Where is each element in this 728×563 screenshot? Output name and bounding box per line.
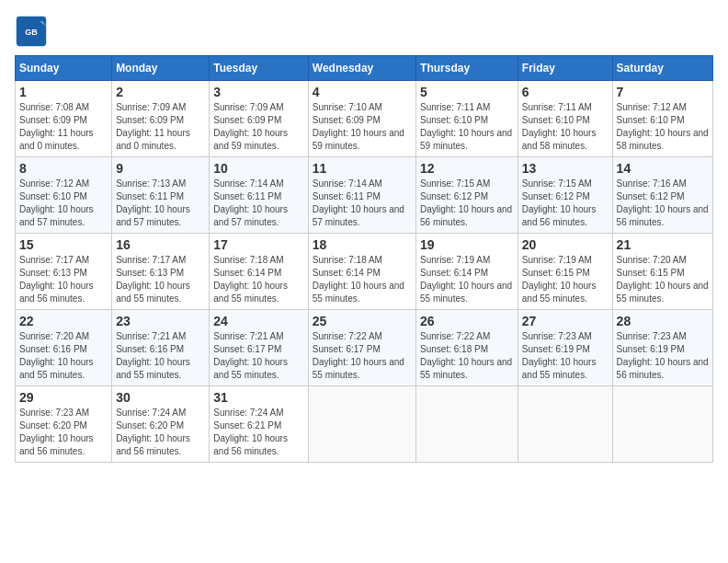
daylight-label: Daylight: 10 hours and 56 minutes.: [116, 433, 190, 456]
day-number: 30: [116, 390, 205, 405]
sunrise-label: Sunrise: 7:23 AM: [522, 331, 592, 341]
table-row: 31 Sunrise: 7:24 AM Sunset: 6:21 PM Dayl…: [210, 386, 308, 463]
table-row: 22 Sunrise: 7:20 AM Sunset: 6:16 PM Dayl…: [16, 310, 112, 386]
sunrise-label: Sunrise: 7:15 AM: [420, 178, 490, 189]
daylight-label: Daylight: 10 hours and 59 minutes.: [313, 128, 404, 151]
sunset-label: Sunset: 6:19 PM: [522, 344, 590, 354]
day-number: 9: [116, 161, 205, 176]
table-row: 11 Sunrise: 7:14 AM Sunset: 6:11 PM Dayl…: [308, 157, 415, 234]
table-row: 1 Sunrise: 7:08 AM Sunset: 6:09 PM Dayli…: [16, 81, 112, 157]
sunset-label: Sunset: 6:19 PM: [617, 344, 685, 354]
sunrise-label: Sunrise: 7:12 AM: [617, 102, 687, 112]
sunrise-label: Sunrise: 7:14 AM: [213, 178, 283, 189]
sunset-label: Sunset: 6:18 PM: [420, 344, 488, 354]
sunrise-label: Sunrise: 7:16 AM: [617, 178, 687, 189]
sunset-label: Sunset: 6:21 PM: [213, 420, 281, 431]
sunset-label: Sunset: 6:15 PM: [617, 268, 685, 278]
table-row: 19 Sunrise: 7:19 AM Sunset: 6:14 PM Dayl…: [416, 234, 518, 310]
daylight-label: Daylight: 10 hours and 56 minutes.: [522, 204, 597, 227]
daylight-label: Daylight: 10 hours and 55 minutes.: [420, 281, 512, 304]
daylight-label: Daylight: 11 hours and 0 minutes.: [19, 128, 94, 151]
daylight-label: Daylight: 10 hours and 55 minutes.: [116, 357, 190, 380]
day-info: Sunrise: 7:08 AM Sunset: 6:09 PM Dayligh…: [19, 101, 108, 153]
table-row: 24 Sunrise: 7:21 AM Sunset: 6:17 PM Dayl…: [210, 310, 308, 386]
header-row: Sunday Monday Tuesday Wednesday Thursday…: [16, 56, 713, 81]
day-info: Sunrise: 7:15 AM Sunset: 6:12 PM Dayligh…: [420, 178, 514, 229]
day-info: Sunrise: 7:20 AM Sunset: 6:15 PM Dayligh…: [617, 254, 709, 305]
daylight-label: Daylight: 10 hours and 57 minutes.: [116, 204, 190, 227]
sunrise-label: Sunrise: 7:23 AM: [617, 331, 687, 341]
sunrise-label: Sunrise: 7:21 AM: [116, 331, 186, 341]
daylight-label: Daylight: 10 hours and 59 minutes.: [420, 128, 512, 151]
sunset-label: Sunset: 6:11 PM: [213, 191, 281, 201]
col-friday: Friday: [518, 56, 612, 81]
sunrise-label: Sunrise: 7:21 AM: [213, 331, 283, 341]
calendar-row: 15 Sunrise: 7:17 AM Sunset: 6:13 PM Dayl…: [16, 234, 713, 310]
calendar-table: Sunday Monday Tuesday Wednesday Thursday…: [15, 55, 713, 463]
sunrise-label: Sunrise: 7:22 AM: [420, 331, 490, 341]
day-number: 11: [313, 161, 412, 176]
day-number: 10: [213, 161, 303, 176]
daylight-label: Daylight: 10 hours and 58 minutes.: [522, 128, 597, 151]
day-info: Sunrise: 7:24 AM Sunset: 6:21 PM Dayligh…: [213, 407, 303, 458]
table-row: 13 Sunrise: 7:15 AM Sunset: 6:12 PM Dayl…: [518, 157, 612, 234]
sunset-label: Sunset: 6:09 PM: [116, 115, 184, 125]
day-number: 18: [313, 237, 412, 252]
table-row: 29 Sunrise: 7:23 AM Sunset: 6:20 PM Dayl…: [16, 386, 112, 463]
day-info: Sunrise: 7:20 AM Sunset: 6:16 PM Dayligh…: [19, 330, 108, 382]
sunrise-label: Sunrise: 7:11 AM: [522, 102, 592, 112]
day-info: Sunrise: 7:17 AM Sunset: 6:13 PM Dayligh…: [116, 254, 205, 305]
sunset-label: Sunset: 6:13 PM: [116, 268, 184, 278]
day-number: 15: [19, 237, 108, 252]
logo-icon: GB: [15, 15, 48, 48]
table-row: 12 Sunrise: 7:15 AM Sunset: 6:12 PM Dayl…: [416, 157, 518, 234]
sunrise-label: Sunrise: 7:19 AM: [522, 255, 592, 265]
col-sunday: Sunday: [16, 56, 112, 81]
daylight-label: Daylight: 11 hours and 0 minutes.: [116, 128, 190, 151]
day-number: 27: [522, 314, 609, 328]
daylight-label: Daylight: 10 hours and 59 minutes.: [213, 128, 288, 151]
daylight-label: Daylight: 10 hours and 55 minutes.: [313, 357, 404, 380]
sunrise-label: Sunrise: 7:10 AM: [313, 102, 382, 112]
day-number: 24: [213, 314, 303, 328]
day-info: Sunrise: 7:15 AM Sunset: 6:12 PM Dayligh…: [522, 178, 609, 229]
sunset-label: Sunset: 6:20 PM: [116, 420, 184, 431]
daylight-label: Daylight: 10 hours and 57 minutes.: [313, 204, 404, 227]
day-number: 14: [617, 161, 709, 176]
day-info: Sunrise: 7:21 AM Sunset: 6:16 PM Dayligh…: [116, 330, 205, 382]
sunset-label: Sunset: 6:10 PM: [522, 115, 590, 125]
sunset-label: Sunset: 6:12 PM: [617, 191, 685, 201]
day-number: 21: [617, 237, 709, 252]
header: GB: [15, 15, 713, 48]
sunrise-label: Sunrise: 7:14 AM: [313, 178, 382, 189]
sunset-label: Sunset: 6:14 PM: [213, 268, 281, 278]
col-tuesday: Tuesday: [210, 56, 308, 81]
day-info: Sunrise: 7:11 AM Sunset: 6:10 PM Dayligh…: [420, 101, 514, 153]
table-row: 27 Sunrise: 7:23 AM Sunset: 6:19 PM Dayl…: [518, 310, 612, 386]
table-row: 15 Sunrise: 7:17 AM Sunset: 6:13 PM Dayl…: [16, 234, 112, 310]
table-row: 6 Sunrise: 7:11 AM Sunset: 6:10 PM Dayli…: [518, 81, 612, 157]
table-row: 30 Sunrise: 7:24 AM Sunset: 6:20 PM Dayl…: [112, 386, 210, 463]
day-info: Sunrise: 7:21 AM Sunset: 6:17 PM Dayligh…: [213, 330, 303, 382]
sunrise-label: Sunrise: 7:17 AM: [19, 255, 89, 265]
sunset-label: Sunset: 6:15 PM: [522, 268, 590, 278]
table-row: 21 Sunrise: 7:20 AM Sunset: 6:15 PM Dayl…: [612, 234, 712, 310]
daylight-label: Daylight: 10 hours and 55 minutes.: [19, 357, 94, 380]
table-row: 14 Sunrise: 7:16 AM Sunset: 6:12 PM Dayl…: [612, 157, 712, 234]
day-info: Sunrise: 7:24 AM Sunset: 6:20 PM Dayligh…: [116, 407, 205, 458]
table-row: [518, 386, 612, 463]
day-info: Sunrise: 7:09 AM Sunset: 6:09 PM Dayligh…: [213, 101, 303, 153]
sunrise-label: Sunrise: 7:17 AM: [116, 255, 186, 265]
sunset-label: Sunset: 6:11 PM: [313, 191, 381, 201]
day-info: Sunrise: 7:23 AM Sunset: 6:20 PM Dayligh…: [19, 407, 108, 458]
daylight-label: Daylight: 10 hours and 55 minutes.: [420, 357, 512, 380]
daylight-label: Daylight: 10 hours and 55 minutes.: [313, 281, 404, 304]
day-number: 7: [617, 85, 709, 99]
sunrise-label: Sunrise: 7:18 AM: [213, 255, 283, 265]
sunrise-label: Sunrise: 7:23 AM: [19, 408, 89, 418]
sunset-label: Sunset: 6:12 PM: [420, 191, 488, 201]
day-info: Sunrise: 7:09 AM Sunset: 6:09 PM Dayligh…: [116, 101, 205, 153]
day-number: 26: [420, 314, 514, 328]
sunrise-label: Sunrise: 7:13 AM: [116, 178, 186, 189]
day-number: 1: [19, 85, 108, 99]
